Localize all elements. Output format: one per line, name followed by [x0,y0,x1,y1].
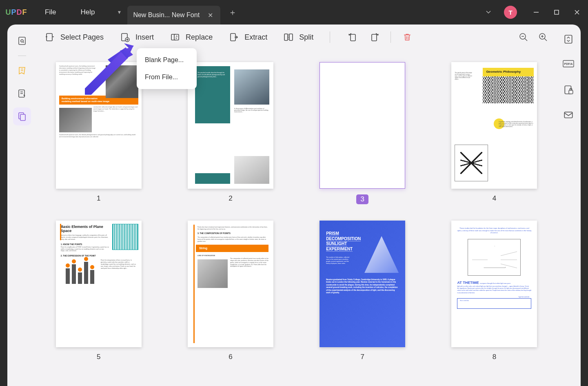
tab-title: New Busin... New Font [133,11,200,19]
page-number: 4 [493,194,496,203]
pdfa-icon[interactable]: PDF/A [562,58,575,71]
avatar[interactable]: T [504,6,517,19]
document-tab[interactable]: New Busin... New Font ✕ [127,6,220,25]
page4-heading: Geometric Philosophy [483,68,534,76]
svg-rect-39 [569,90,573,94]
zoom-in-button[interactable] [538,32,548,42]
svg-line-32 [501,252,517,256]
delete-button[interactable] [402,32,412,42]
share-icon[interactable] [562,109,575,122]
reader-mode-icon[interactable] [13,32,31,50]
replace-icon [170,32,180,42]
left-sidebar [7,25,37,386]
select-pages-icon [45,32,55,42]
svg-marker-29 [124,43,134,50]
page-number: 2 [229,194,232,203]
page-number: 7 [360,353,364,361]
title-bar: UPDF File Help ▼ New Busin... New Font ✕… [0,0,588,25]
app-body: Select Pages Insert Replace Extract [7,25,581,386]
page6-sub2: LINE OF KNOWLEDGE [197,254,268,257]
page8-top: These studies laid the foundation for th… [451,221,537,237]
page-thumbnail-1[interactable]: Combined with practical cases, the build… [56,62,142,189]
page-toolbar: Select Pages Insert Replace Extract [37,25,556,50]
right-sidebar: PDF/A [556,25,581,386]
select-pages-button[interactable]: Select Pages [45,32,104,42]
insert-dropdown: Blank Page... From File... [137,48,197,89]
svg-rect-35 [565,35,572,43]
svg-rect-9 [20,114,25,120]
zoom-out-button[interactable] [519,32,528,42]
split-icon [284,32,293,42]
maximize-button[interactable] [554,9,559,15]
insert-from-file[interactable]: From File... [137,69,197,86]
replace-button[interactable]: Replace [170,32,213,42]
svg-rect-17 [289,34,293,40]
extract-label: Extract [244,33,267,42]
close-icon[interactable]: ✕ [206,10,215,21]
page-thumbnail-4[interactable]: The specific points of the image can be … [451,62,537,189]
page8-title: AT THETIME [457,281,479,285]
tab-bar: ▼ New Busin... New Font ✕ ＋ [111,0,241,25]
split-label: Split [299,33,313,42]
extract-button[interactable]: Extract [229,32,267,42]
svg-rect-10 [47,33,52,41]
page-thumbnail-2[interactable]: The practical results show that through … [188,62,273,189]
page6-callout: String [196,245,268,252]
edit-mode-icon[interactable] [13,85,31,103]
select-pages-label: Select Pages [60,33,104,42]
insert-icon [120,32,130,42]
insert-blank-page[interactable]: Blank Page... [137,51,197,69]
split-button[interactable]: Split [284,32,313,42]
comment-mode-icon[interactable] [13,62,31,80]
close-button[interactable] [574,9,580,15]
separator [330,31,330,43]
page8-box-bl: this is a text box [460,300,469,301]
chevron-down-icon[interactable] [485,9,492,16]
page-number: 1 [97,194,100,203]
svg-rect-19 [351,34,355,41]
page-thumbnail-3[interactable] [320,62,405,189]
svg-rect-20 [372,34,377,41]
svg-line-25 [544,38,547,41]
page-thumbnail-6[interactable]: Points also have emotional and expressiv… [188,221,273,347]
svg-line-22 [525,38,527,41]
insert-label: Insert [135,33,154,42]
organize-pages-icon[interactable] [13,107,31,125]
page-number: 3 [356,194,368,204]
new-tab-button[interactable]: ＋ [224,4,241,20]
rotate-left-button[interactable] [348,32,358,42]
extract-icon [229,32,239,42]
tab-list-dropdown-icon[interactable]: ▼ [111,4,127,20]
svg-rect-1 [555,10,559,14]
rotate-right-button[interactable] [369,32,379,42]
svg-rect-14 [174,34,179,40]
menu-file[interactable]: File [33,8,68,16]
page-number: 5 [97,353,100,361]
replace-label: Replace [186,33,213,42]
minimize-button[interactable] [533,9,539,15]
page-number: 6 [229,353,232,361]
page-thumbnail-8[interactable]: These studies laid the foundation for th… [451,221,537,347]
page-thumbnail-5[interactable]: Basic Elements of Plane Space And just a… [56,221,142,347]
main-area: Select Pages Insert Replace Extract [37,25,556,386]
separator [18,56,26,56]
separator [391,31,391,43]
page-number: 8 [493,353,496,361]
svg-line-34 [501,264,517,268]
page8-box-tr: Type here and enter [519,296,530,298]
svg-rect-2 [19,37,25,45]
protect-icon[interactable] [562,83,575,96]
page5-sub2: 2. THE EXPRESSION OF THE POINT [56,252,142,258]
svg-line-4 [23,42,24,43]
page-thumbnail-7[interactable]: PRISM DECOMPOSITION SUNLIGHT EXPERIMENT … [320,221,405,347]
svg-text:PDF/A: PDF/A [564,62,573,65]
page7-title: PRISM DECOMPOSITION SUNLIGHT EXPERIMENT [320,221,368,255]
page6-sub1: 3. THE COMPOSITION OF POINTS [197,232,268,235]
menu-help[interactable]: Help [68,8,107,16]
insert-button[interactable]: Insert [120,32,154,42]
svg-rect-40 [564,112,572,118]
app-logo: UPDF [0,8,33,17]
convert-icon[interactable] [562,33,575,46]
svg-rect-16 [284,34,288,40]
thumbnail-grid: Combined with practical cases, the build… [37,50,556,386]
